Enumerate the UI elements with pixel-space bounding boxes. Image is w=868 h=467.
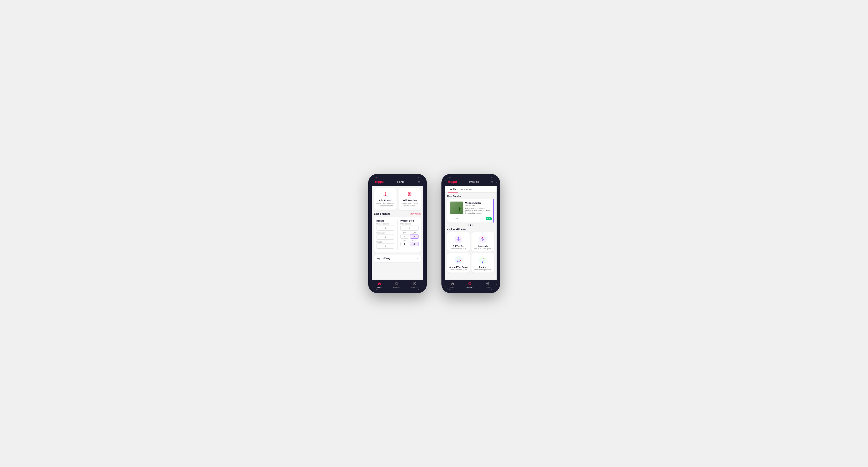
app-col: APP 4 — [410, 232, 418, 239]
golf-bag-row[interactable]: My Golf Bag › — [374, 254, 421, 262]
header-practice: clippd Practice ≡ — [445, 177, 497, 186]
svg-point-30 — [484, 238, 485, 239]
svg-point-42 — [482, 261, 483, 262]
skill-off-the-tee[interactable]: Off The Tee Power and accuracy — [447, 232, 470, 252]
activities-icon-p2 — [468, 282, 471, 286]
ott-col: OTT 0 — [400, 232, 409, 239]
tabs-row: Drills Favourites — [445, 186, 497, 192]
featured-info: Wedge Ladder 50–100 yds Play 1 shot at e… — [465, 201, 492, 214]
add-practice-card[interactable]: Add Practice Capture your practice off-t… — [399, 188, 421, 210]
tab-favourites[interactable]: Favourites — [458, 186, 475, 192]
golf-bag-label: My Golf Bag — [377, 257, 391, 259]
skill-putting-title: Putting — [473, 266, 492, 269]
featured-thumb — [450, 201, 463, 214]
drills-title: Practice Drills — [400, 220, 418, 222]
last3months-header: Last 3 Months View Activity — [374, 213, 421, 215]
svg-line-16 — [460, 211, 460, 213]
tab-drills[interactable]: Drills — [448, 186, 459, 192]
explore-label: Explore skill areas — [447, 228, 494, 230]
home-icon-p2 — [451, 282, 454, 286]
featured-card[interactable]: Wedge Ladder 50–100 yds Play 1 shot at e… — [447, 199, 494, 222]
off-the-tee-icon-area — [449, 235, 468, 244]
svg-point-46 — [484, 260, 484, 261]
nav-activities[interactable]: Activities — [393, 282, 400, 288]
nav-activities-p2[interactable]: Activities — [467, 282, 473, 288]
golf-bag-arrow: › — [417, 257, 418, 259]
svg-point-5 — [409, 193, 410, 194]
arg-label: ARG — [400, 240, 409, 241]
svg-point-41 — [482, 262, 484, 263]
nav-activities-label: Activities — [393, 286, 400, 288]
add-round-title: Add Round — [376, 199, 395, 201]
atg-icon-area — [449, 256, 468, 265]
featured-side-bar — [493, 199, 494, 222]
shots-count: 9 shots — [452, 218, 458, 220]
menu-icon[interactable]: ≡ — [418, 180, 420, 184]
add-round-card[interactable]: Add Round Record your shots fast or enha… — [374, 188, 397, 210]
svg-point-7 — [395, 282, 398, 285]
capture-icon — [413, 282, 416, 286]
svg-point-31 — [455, 256, 462, 264]
app-label: APP — [410, 232, 418, 234]
drills-capture-label: Drills Capture — [400, 223, 418, 225]
svg-point-11 — [459, 207, 460, 208]
stats-card: Rounds Rounds Capture 0 Tournament 0 Pra… — [374, 217, 421, 252]
skill-putting[interactable]: Putting Make and lag practice — [471, 253, 494, 273]
most-popular-label: Most Popular — [447, 195, 494, 197]
svg-line-15 — [459, 211, 460, 213]
tournament-label: Tournament — [376, 232, 395, 234]
dot-3 — [472, 224, 473, 226]
rounds-capture-label: Rounds Capture — [376, 223, 395, 225]
nav-home[interactable]: Home — [377, 282, 382, 288]
tournament-value: 0 — [376, 234, 395, 240]
rounds-col: Rounds Rounds Capture 0 Tournament 0 Pra… — [376, 220, 395, 250]
practice-value: 0 — [376, 243, 395, 249]
nav-capture-p2[interactable]: Capture — [485, 282, 491, 288]
arg-value: 0 — [400, 242, 409, 246]
skill-approach[interactable]: Approach Dial-in to hit the green — [471, 232, 494, 252]
skill-ott-desc: Power and accuracy — [449, 248, 468, 250]
capture-icon-p2 — [486, 282, 490, 286]
phone-home: clippd Home ≡ Add Round — [368, 174, 427, 293]
rounds-capture-value: 0 — [376, 225, 395, 230]
dot-1 — [468, 224, 469, 226]
pagination-dots — [447, 224, 494, 226]
page-title: Home — [397, 180, 404, 183]
rounds-title: Rounds — [376, 220, 395, 222]
skill-approach-desc: Dial-in to hit the green — [473, 248, 492, 250]
nav-capture[interactable]: Capture — [411, 282, 417, 288]
nav-home-label: Home — [377, 286, 382, 288]
featured-shots: ⊙ 9 shots — [450, 218, 458, 220]
featured-desc: Play 1 shot at each target yardage. If y… — [465, 207, 492, 214]
skill-around-green[interactable]: Around The Green Hone your short game — [447, 253, 470, 273]
nav-activities-label-p2: Activities — [467, 286, 473, 288]
shots-icon: ⊙ — [450, 218, 452, 220]
svg-point-45 — [482, 262, 482, 262]
svg-point-35 — [459, 259, 459, 260]
bottom-nav-home: Home Activities — [372, 280, 423, 290]
scroll-content: Add Round Record your shots fast or enha… — [372, 186, 423, 280]
svg-rect-1 — [385, 193, 385, 195]
featured-title: Wedge Ladder — [465, 201, 492, 204]
scroll-content-practice: Most Popular — [445, 192, 497, 280]
bottom-nav-practice: Home Activities — [445, 280, 497, 290]
approach-icon-area — [473, 235, 492, 244]
skill-atg-desc: Hone your short game — [449, 269, 468, 271]
drills-col: Practice Drills Drills Capture 8 OTT 0 A… — [400, 220, 418, 250]
header-home: clippd Home ≡ — [372, 177, 423, 186]
favourite-star-icon[interactable]: ☆ — [490, 201, 492, 204]
drills-capture-value: 8 — [400, 225, 418, 230]
view-activity-link[interactable]: View Activity — [410, 213, 421, 215]
skill-approach-title: Approach — [473, 245, 492, 247]
add-practice-title: Add Practice — [400, 199, 419, 201]
practice-label: Practice — [376, 241, 395, 243]
menu-icon-practice[interactable]: ≡ — [491, 180, 493, 184]
add-round-desc: Record your shots fast or enhanced mode — [376, 202, 395, 207]
featured-footer: ⊙ 9 shots APP — [450, 216, 492, 220]
last3months-label: Last 3 Months — [374, 213, 391, 215]
svg-point-28 — [482, 237, 483, 238]
phone-practice: clippd Practice ≡ Drills Favourites Most… — [441, 174, 500, 293]
nav-home-p2[interactable]: Home — [451, 282, 455, 288]
add-practice-desc: Capture your practice off-the-course — [400, 202, 419, 207]
app-value: 4 — [410, 234, 418, 239]
